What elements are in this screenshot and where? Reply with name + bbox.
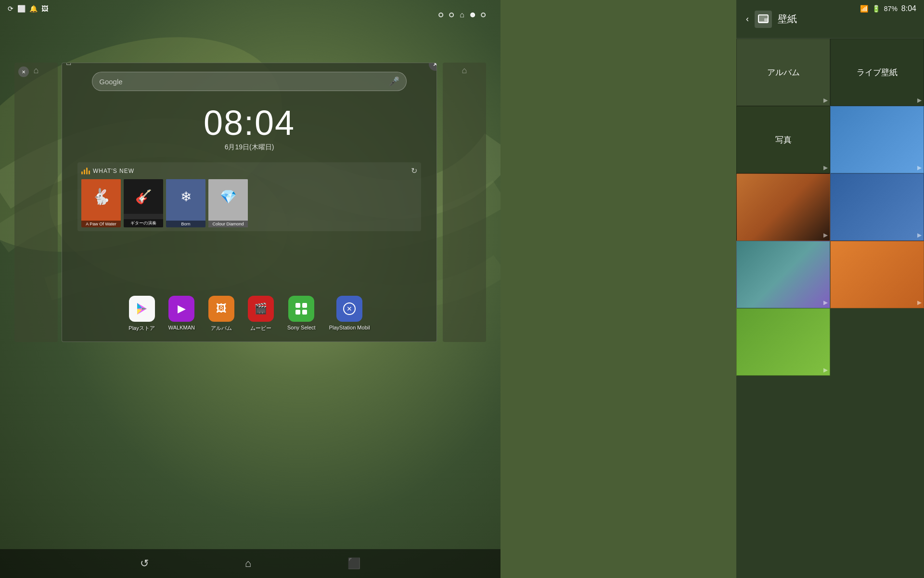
svg-rect-5 bbox=[302, 303, 307, 308]
svg-rect-6 bbox=[295, 310, 300, 315]
navigation-bar: ↺ ⌂ ⬛ bbox=[0, 549, 500, 578]
play-store-label: Playストア bbox=[128, 325, 154, 332]
side-preview-right: ⌂ bbox=[443, 63, 486, 342]
back-button[interactable]: ↺ bbox=[140, 557, 149, 570]
nav-dot-home[interactable]: ⌂ bbox=[460, 11, 464, 19]
wallpaper-cell-sunset[interactable]: ▶ bbox=[736, 173, 830, 241]
nav-dot-2[interactable] bbox=[449, 13, 454, 17]
navigation-dots: ⌂ bbox=[438, 11, 486, 19]
sunset-arrow: ▶ bbox=[823, 232, 828, 238]
music-card-guitar[interactable]: 🎸 ギターの演奏 bbox=[124, 179, 163, 227]
music-card-diamond[interactable]: 💎 Colour Diamond bbox=[208, 179, 248, 227]
album-cell-label: アルバム bbox=[767, 67, 800, 78]
photo-arrow: ▶ bbox=[823, 164, 828, 171]
status-bar-left: ⟳ ⬜ 🔔 🖼 bbox=[8, 5, 48, 13]
sony-select-label: Sony Select bbox=[287, 325, 316, 330]
side-preview-left: ✕ ⌂ bbox=[14, 63, 58, 342]
whats-new-widget: WHAT'S NEW ↻ 🐇 A Paw Of Water 🎸 ギターの演奏 ❄… bbox=[77, 162, 421, 231]
bar-3 bbox=[86, 168, 88, 174]
movie-label: ムービー bbox=[250, 325, 271, 332]
notification-icon: 🔔 bbox=[29, 5, 38, 13]
app-play-store[interactable]: Playストア bbox=[128, 296, 154, 332]
wallpaper-cell-teal[interactable]: ▶ bbox=[736, 241, 830, 308]
guitar-card-label: ギターの演奏 bbox=[124, 219, 163, 227]
nav-dot-1[interactable] bbox=[438, 13, 443, 17]
bar-4 bbox=[89, 171, 90, 174]
recent-apps-button[interactable]: ⬛ bbox=[347, 557, 360, 570]
bars-icon bbox=[81, 168, 90, 174]
status-bar-right: 📶 🔋 87% 8:04 bbox=[860, 4, 916, 13]
side-home-icon-left: ⌂ bbox=[34, 66, 39, 76]
nav-dot-4[interactable] bbox=[470, 13, 475, 17]
google-search-placeholder: Google bbox=[99, 78, 122, 86]
wallpaper-panel: ‹ 壁紙 アルバム ▶ ライブ壁紙 ▶ 写真 ▶ ▶ bbox=[736, 0, 924, 578]
album-arrow: ▶ bbox=[823, 97, 828, 104]
bar-2 bbox=[84, 170, 85, 174]
wallpaper-cell-live[interactable]: ライブ壁紙 ▶ bbox=[830, 39, 924, 106]
preview-home-icon: ⌂ bbox=[66, 63, 72, 67]
album-icon: 🖼 bbox=[208, 296, 234, 322]
paw-card-image: 🐇 bbox=[81, 179, 121, 214]
status-time: 8:04 bbox=[901, 4, 916, 13]
photo-icon: 🖼 bbox=[41, 5, 48, 13]
app-sony-select[interactable]: Sony Select bbox=[287, 296, 316, 332]
walkman-icon: ▶ bbox=[168, 296, 194, 322]
wallpaper-grid: アルバム ▶ ライブ壁紙 ▶ 写真 ▶ ▶ ▶ ▶ ▶ ▶ bbox=[736, 39, 924, 376]
lake-arrow: ▶ bbox=[917, 232, 922, 238]
music-card-born[interactable]: ❄ Born bbox=[166, 179, 205, 227]
clock-date: 6月19日(木曜日) bbox=[62, 143, 436, 152]
sony-select-icon bbox=[288, 296, 314, 322]
live-cell-label: ライブ壁紙 bbox=[857, 67, 898, 78]
play-store-icon bbox=[129, 296, 155, 322]
google-search-bar[interactable]: Google 🎤 bbox=[92, 72, 407, 91]
wifi-icon: 📶 bbox=[860, 5, 868, 13]
svg-rect-7 bbox=[302, 310, 307, 315]
walkman-label: WALKMAN bbox=[168, 325, 195, 330]
born-card-label: Born bbox=[166, 221, 205, 227]
wallpaper-cell-grass[interactable]: ▶ bbox=[736, 308, 830, 376]
screenshot-icon: ⬜ bbox=[17, 5, 26, 13]
side-home-icon-right: ⌂ bbox=[462, 66, 467, 76]
home-button[interactable]: ⌂ bbox=[245, 557, 251, 570]
wallpaper-cell-album[interactable]: アルバム ▶ bbox=[736, 39, 830, 106]
teal-arrow: ▶ bbox=[823, 299, 828, 306]
music-cards-row: 🐇 A Paw Of Water 🎸 ギターの演奏 ❄ Born 💎 Colou… bbox=[81, 179, 417, 227]
album-label: アルバム bbox=[211, 325, 232, 332]
mic-icon[interactable]: 🎤 bbox=[389, 76, 399, 87]
born-card-image: ❄ bbox=[166, 179, 205, 214]
wallpaper-cell-lake[interactable]: ▶ bbox=[830, 173, 924, 241]
app-album[interactable]: 🖼 アルバム bbox=[208, 296, 234, 332]
diamond-card-label: Colour Diamond bbox=[208, 221, 248, 227]
app-walkman[interactable]: ▶ WALKMAN bbox=[168, 296, 195, 332]
svg-rect-4 bbox=[295, 303, 300, 308]
live-arrow: ▶ bbox=[917, 97, 922, 104]
wallpaper-cell-photo[interactable]: 写真 ▶ bbox=[736, 106, 830, 173]
battery-percent: 87% bbox=[884, 5, 898, 13]
music-card-paw[interactable]: 🐇 A Paw Of Water bbox=[81, 179, 121, 227]
side-close-left[interactable]: ✕ bbox=[18, 66, 29, 77]
preview-clock: 08:04 6月19日(木曜日) bbox=[62, 105, 436, 152]
wallpaper-cell-orange[interactable]: ▶ bbox=[830, 241, 924, 308]
whats-new-refresh[interactable]: ↻ bbox=[411, 166, 417, 175]
guitar-card-image: 🎸 bbox=[124, 179, 163, 214]
wallpaper-cell-water[interactable]: ▶ bbox=[830, 106, 924, 173]
water-arrow: ▶ bbox=[917, 164, 922, 171]
home-screen-preview: ⌂ ✕ Google 🎤 08:04 6月19日(木曜日) WHAT'S NEW… bbox=[62, 63, 437, 342]
whats-new-header: WHAT'S NEW ↻ bbox=[81, 166, 417, 175]
paw-card-label: A Paw Of Water bbox=[81, 221, 121, 227]
bar-1 bbox=[81, 171, 83, 174]
app-movie[interactable]: 🎬 ムービー bbox=[248, 296, 274, 332]
svg-rect-12 bbox=[758, 21, 764, 23]
nav-dot-5[interactable] bbox=[481, 13, 486, 17]
grass-arrow: ▶ bbox=[823, 367, 828, 373]
preview-close-button[interactable]: ✕ bbox=[429, 63, 437, 71]
orange-arrow: ▶ bbox=[917, 299, 922, 306]
app-playstation-mobile[interactable]: ✕ PlayStation Mobil bbox=[329, 296, 370, 332]
movie-icon: 🎬 bbox=[248, 296, 274, 322]
svg-rect-11 bbox=[764, 18, 768, 23]
app-icons-row: Playストア ▶ WALKMAN 🖼 アルバム 🎬 ムービー bbox=[62, 296, 436, 332]
screen-rotation-icon: ⟳ bbox=[8, 5, 13, 13]
diamond-card-image: 💎 bbox=[208, 179, 248, 214]
whats-new-title-group: WHAT'S NEW bbox=[81, 168, 134, 174]
svg-text:✕: ✕ bbox=[346, 305, 352, 313]
